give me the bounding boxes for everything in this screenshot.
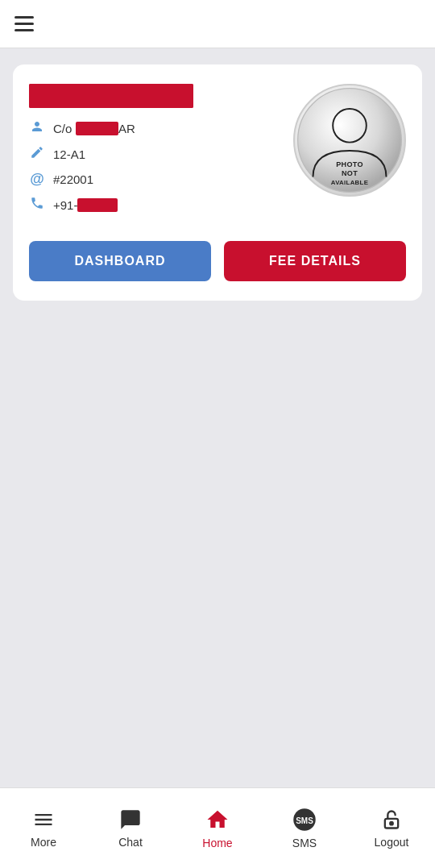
at-icon: @: [29, 171, 45, 188]
phone-icon: [29, 196, 45, 214]
co-text: C/o AR: [53, 122, 135, 135]
card-buttons: DASHBOARD FEE DETAILS: [29, 241, 406, 281]
main-content: MUSKAN KUMARI C/o AR 12-A1: [0, 48, 435, 317]
phone-text: +91-: [53, 198, 118, 212]
nav-item-logout[interactable]: Logout: [363, 808, 420, 849]
student-name: MUSKAN KUMARI: [29, 84, 193, 108]
fee-details-button[interactable]: FEE DETAILS: [224, 241, 406, 281]
nav-label-home: Home: [202, 837, 232, 849]
edit-icon: [29, 145, 45, 163]
roll-text: #22001: [53, 172, 93, 186]
nav-label-more: More: [31, 836, 56, 849]
nav-label-chat: Chat: [118, 836, 143, 849]
nav-item-sms[interactable]: SMS SMS: [276, 808, 333, 849]
logout-icon: [380, 808, 403, 831]
home-icon: [205, 808, 230, 832]
svg-text:PHOTO: PHOTO: [336, 160, 363, 168]
card-info: MUSKAN KUMARI C/o AR 12-A1: [29, 84, 293, 222]
roll-row: @ #22001: [29, 171, 293, 188]
nav-item-chat[interactable]: Chat: [102, 808, 159, 849]
nav-item-more[interactable]: More: [15, 808, 72, 849]
svg-text:SMS: SMS: [296, 816, 313, 825]
more-icon: [32, 808, 55, 831]
phone-redacted: [77, 198, 118, 212]
class-text: 12-A1: [53, 147, 85, 161]
co-redacted: [76, 122, 118, 135]
student-photo: PHOTO NOT AVAILABLE: [293, 84, 406, 197]
nav-item-home[interactable]: Home: [189, 808, 246, 849]
profile-card: MUSKAN KUMARI C/o AR 12-A1: [13, 64, 422, 301]
dashboard-button[interactable]: DASHBOARD: [29, 241, 211, 281]
card-top: MUSKAN KUMARI C/o AR 12-A1: [29, 84, 406, 222]
phone-row: +91-: [29, 196, 293, 214]
co-row: C/o AR: [29, 119, 293, 137]
svg-point-8: [390, 821, 393, 824]
bottom-navigation: More Chat Home SMS SMS Logout: [0, 787, 435, 868]
class-row: 12-A1: [29, 145, 293, 163]
app-header: [0, 0, 435, 48]
person-small-icon: [29, 119, 45, 137]
chat-icon: [119, 808, 142, 831]
nav-label-logout: Logout: [375, 836, 409, 849]
nav-label-sms: SMS: [292, 837, 317, 849]
svg-text:AVAILABLE: AVAILABLE: [331, 179, 368, 186]
sms-icon: SMS: [292, 808, 317, 832]
svg-text:NOT: NOT: [342, 169, 358, 177]
menu-icon[interactable]: [14, 16, 34, 31]
photo-not-available-svg: PHOTO NOT AVAILABLE: [297, 88, 402, 193]
